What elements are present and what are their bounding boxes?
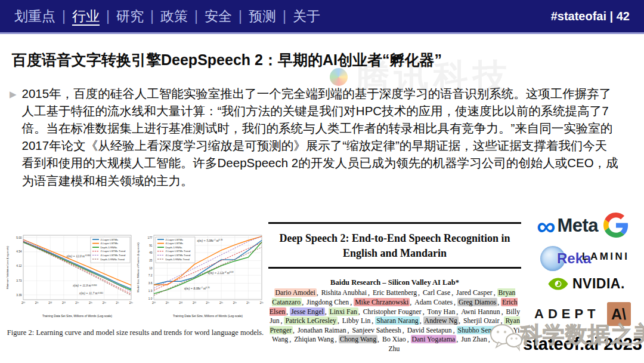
nav-separator: | — [106, 8, 110, 24]
svg-text:2²⁸: 2²⁸ — [129, 302, 133, 304]
nav: 划重点|行业|研究|政策|安全|预测|关于 — [14, 7, 320, 26]
bullet-triangle-icon: ▶ — [10, 90, 17, 189]
author-name: Jesse Engel — [290, 307, 325, 316]
svg-text:2²⁰: 2²⁰ — [152, 302, 156, 304]
svg-text:Depth-5 RNNs Trend: Depth-5 RNNs Trend — [166, 258, 190, 261]
paper-title: Deep Speech 2: End-to-End Speech Recogni… — [268, 231, 521, 261]
author-name: Chong Wang — [339, 335, 377, 343]
lamini-logo: LAMINI — [582, 251, 630, 263]
page-title: 百度语音文字转换引擎DeepSpeech 2：早期的AI创业者“孵化器” — [12, 50, 442, 70]
svg-text:2²⁷: 2²⁷ — [116, 302, 119, 304]
nav-item-3[interactable]: 政策 — [160, 7, 188, 26]
svg-text:4-Layer LSTMs Trend: 4-Layer LSTMs Trend — [166, 254, 191, 257]
author-name: Eric Battenberg — [371, 288, 418, 297]
nav-item-4[interactable]: 安全 — [205, 7, 232, 26]
svg-text:2²⁵: 2²⁵ — [219, 302, 223, 304]
svg-text:25: 25 — [149, 259, 153, 262]
nav-separator: | — [194, 8, 198, 24]
adept-mark-icon: A\ — [607, 302, 631, 326]
svg-text:4-Layer LSTMs: 4-Layer LSTMs — [101, 242, 118, 245]
meta-infinity-icon: ∞ — [537, 216, 555, 236]
nav-separator: | — [62, 8, 66, 24]
svg-text:2²⁶: 2²⁶ — [103, 302, 106, 304]
header-bar: 划重点|行业|研究|政策|安全|预测|关于 #stateofai | 42 — [0, 0, 644, 34]
page-number: #stateofai | 42 — [551, 10, 630, 23]
svg-text:49: 49 — [149, 251, 153, 254]
svg-text:3.73: 3.73 — [16, 279, 22, 282]
nav-separator: | — [239, 8, 242, 24]
nav-item-6[interactable]: 关于 — [293, 7, 320, 26]
svg-text:4.54: 4.54 — [16, 250, 22, 253]
svg-text:2²³: 2²³ — [62, 302, 66, 304]
author-name: Jared Casper — [455, 288, 494, 297]
author-name: Shubho Sengupta — [457, 326, 509, 334]
svg-text:Depth-5 RNNs Trend: Depth-5 RNNs Trend — [101, 258, 125, 261]
meta-logo-text: Meta — [557, 215, 598, 236]
svg-text:Training Data Set Size, Millio: Training Data Set Size, Millions of Word… — [173, 314, 243, 318]
nvidia-logo-text: NVIDIA. — [572, 276, 625, 292]
nav-item-1[interactable]: 行业 — [72, 7, 100, 26]
author-name: Carl Case — [422, 288, 451, 297]
learning-curve-chart: 2²⁰2²¹2²²2²³2²⁴2²⁵2²⁶2²⁷2²⁸5.004.544.123… — [5, 230, 135, 319]
svg-text:2²²: 2²² — [48, 302, 52, 304]
svg-text:2²⁷: 2²⁷ — [246, 302, 250, 304]
paper-affiliation: Baidu Research – Silicon Valley AI Lab* — [268, 278, 521, 287]
nav-item-5[interactable]: 预测 — [249, 7, 276, 26]
svg-text:Depth-5 RNNs: Depth-5 RNNs — [101, 246, 117, 249]
adept-logo: ADEPT A\ — [534, 302, 631, 326]
svg-text:2²⁶: 2²⁶ — [233, 302, 237, 304]
meta-logo: ∞ Meta — [537, 215, 598, 236]
svg-text:5.00: 5.00 — [16, 236, 22, 239]
svg-text:2-Layer LSTMs: 2-Layer LSTMs — [166, 238, 183, 241]
body-paragraph: ▶ 2015年，百度的硅谷人工智能实验室推出了一个完全端到端的基于深度学习的语音… — [10, 85, 619, 189]
nvidia-logo: NVIDIA. — [547, 276, 625, 292]
svg-text:2²⁴: 2²⁴ — [75, 302, 79, 304]
google-g-icon — [603, 213, 628, 238]
svg-text:2²⁰: 2²⁰ — [21, 302, 25, 304]
author-name: Patrick LeGresley — [284, 316, 338, 325]
author-name: Jingdong Chen — [305, 298, 350, 306]
figure-caption: Figure 2: Learning curve and model size … — [5, 328, 266, 337]
svg-text:Model Size, Millions of Params: Model Size, Millions of Params (Log-scal… — [137, 242, 140, 293]
svg-text:3.39: 3.39 — [16, 294, 22, 297]
model-size-chart: 2²⁰2²¹2²²2²³2²⁴2²⁵2²⁶2²⁷2²⁸177914925137.… — [135, 230, 266, 319]
nav-item-0[interactable]: 划重点 — [14, 7, 55, 26]
svg-text:7.2: 7.2 — [148, 274, 153, 277]
author-list: Dario Amodei, Rishita Anubhai, Eric Batt… — [268, 288, 521, 353]
author-name: Rishita Anubhai — [320, 288, 368, 297]
paper-card: Deep Speech 2: End-to-End Speech Recogni… — [268, 222, 521, 353]
author-name: Sherjil Ozair — [462, 316, 501, 325]
author-name: Adam Coates — [413, 298, 454, 306]
svg-text:13: 13 — [149, 267, 153, 270]
svg-text:2²⁴: 2²⁴ — [206, 302, 209, 304]
paragraph-text: 2015年，百度的硅谷人工智能实验室推出了一个完全端到端的基于深度学习的语音识别… — [22, 85, 619, 189]
author-name: Libby Lin — [341, 316, 372, 325]
svg-text:Training Data Set Size, Millio: Training Data Set Size, Millions of Word… — [42, 314, 112, 318]
author-name: Christopher Fougner — [362, 307, 423, 316]
svg-text:2-Layer LSTMs: 2-Layer LSTMs — [101, 238, 118, 241]
charts-row: 2²⁰2²¹2²²2²³2²⁴2²⁵2²⁶2²⁷2²⁸5.004.544.123… — [5, 230, 266, 319]
svg-text:2²¹: 2²¹ — [166, 302, 169, 304]
adept-logo-text: ADEPT — [534, 306, 600, 322]
svg-text:2²¹: 2²¹ — [35, 302, 39, 304]
author-name: Sanjeev Satheesh — [351, 326, 402, 334]
svg-text:1.0: 1.0 — [148, 297, 153, 300]
svg-text:4.12: 4.12 — [16, 264, 22, 267]
slide: 划重点|行业|研究|政策|安全|预测|关于 #stateofai | 42 腾讯… — [0, 0, 644, 363]
svg-text:3.6: 3.6 — [148, 282, 153, 285]
paper-rule-top — [268, 222, 521, 224]
author-name: Bo Xiao — [381, 335, 407, 343]
author-name: Mike Chrzanowski — [354, 298, 410, 306]
tencent-logo-icon — [330, 68, 348, 86]
author-name: Dario Amodei — [274, 288, 317, 297]
svg-text:4-Layer LSTMs Trend: 4-Layer LSTMs Trend — [101, 254, 126, 257]
figure-2: 2²⁰2²¹2²²2²³2²⁴2²⁵2²⁶2²⁷2²⁸5.004.544.123… — [5, 230, 266, 337]
nav-item-2[interactable]: 研究 — [116, 7, 144, 26]
svg-text:1.9: 1.9 — [148, 290, 153, 293]
author-name: Greg Diamos — [457, 298, 497, 306]
nav-separator: | — [283, 8, 286, 24]
nvidia-eye-icon — [547, 276, 569, 291]
svg-text:Depth-5 RNNs: Depth-5 RNNs — [166, 246, 182, 249]
author-name: David Seetapun — [406, 326, 453, 334]
paper-rule-bottom — [268, 267, 521, 269]
